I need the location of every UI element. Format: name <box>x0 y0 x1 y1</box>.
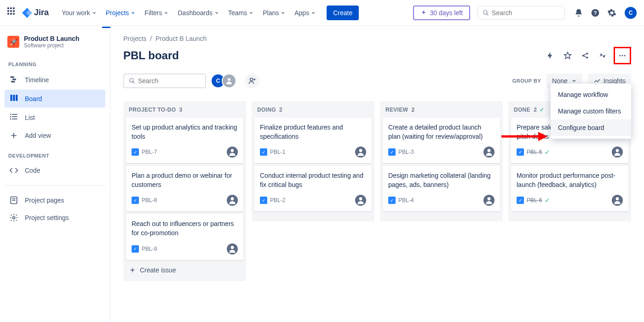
fullscreen-icon[interactable] <box>596 49 609 62</box>
sidebar: 🚀 Product B Launch Software project PLAN… <box>0 26 110 322</box>
svg-point-37 <box>359 149 362 153</box>
app-switcher-icon[interactable] <box>7 7 18 18</box>
brand-label: Jira <box>34 8 49 17</box>
done-check-icon: ✓ <box>540 107 544 113</box>
global-search[interactable] <box>477 6 565 20</box>
trial-button[interactable]: 30 days left <box>413 6 470 20</box>
sidebar-project-settings[interactable]: Project settings <box>5 209 105 226</box>
card-key: ✓ PBL-5 ✓ <box>517 148 550 156</box>
jira-logo[interactable]: Jira <box>22 8 49 18</box>
column-project-to-do: PROJECT TO-DO 3 Set up product analytics… <box>123 101 246 281</box>
sidebar-add-view[interactable]: Add view <box>5 127 105 144</box>
assignee-avatar[interactable] <box>227 147 238 158</box>
sidebar-divider <box>5 185 105 186</box>
svg-point-40 <box>488 198 491 201</box>
page-icon <box>9 196 18 205</box>
card-title: Monitor product performance post-launch … <box>517 171 623 189</box>
board-search-input[interactable] <box>138 77 201 85</box>
assignee-avatar[interactable] <box>612 147 623 158</box>
global-search-input[interactable] <box>492 9 560 17</box>
svg-point-13 <box>10 114 12 115</box>
create-issue-button[interactable]: Create issue <box>126 263 243 274</box>
card-key: ✓ PBL-8 <box>132 197 157 204</box>
project-pages-label: Project pages <box>25 197 64 204</box>
svg-marker-33 <box>538 132 547 141</box>
assignee-avatar[interactable] <box>355 195 366 206</box>
card[interactable]: Monitor product performance post-launch … <box>511 166 628 211</box>
nav-item-dashboards[interactable]: Dashboards <box>174 6 223 20</box>
board-search[interactable] <box>123 73 206 88</box>
assignee-avatar[interactable] <box>612 195 623 206</box>
nav-item-projects[interactable]: Projects <box>102 6 139 20</box>
search-icon <box>483 9 489 17</box>
nav-item-filters[interactable]: Filters <box>141 6 172 20</box>
more-actions-button[interactable] <box>616 49 629 62</box>
dropdown-item-manage-workflow[interactable]: Manage workflow <box>551 86 631 103</box>
search-icon <box>129 77 135 85</box>
assignee-avatar[interactable] <box>483 147 494 158</box>
avatar-unassigned[interactable] <box>222 73 236 88</box>
card-title: Reach out to influencers or partners for… <box>132 220 238 237</box>
project-header[interactable]: 🚀 Product B Launch Software project <box>5 35 105 49</box>
nav-item-teams[interactable]: Teams <box>224 6 257 20</box>
nav-item-plans[interactable]: Plans <box>259 6 289 20</box>
development-section-label: DEVELOPMENT <box>5 149 105 162</box>
svg-text:?: ? <box>593 10 597 16</box>
chevron-down-icon <box>92 11 97 15</box>
create-button[interactable]: Create <box>327 6 359 20</box>
card[interactable]: Finalize product features and specificat… <box>254 118 372 163</box>
timeline-icon <box>9 74 18 85</box>
sidebar-item-list[interactable]: List <box>5 108 105 126</box>
plus-icon <box>129 266 136 274</box>
column-header[interactable]: REVIEW 2 <box>383 107 500 118</box>
sidebar-project-pages[interactable]: Project pages <box>5 192 105 209</box>
done-mark-icon: ✓ <box>545 148 550 156</box>
share-icon[interactable] <box>579 49 592 62</box>
trial-label: 30 days left <box>430 9 463 17</box>
breadcrumb-root[interactable]: Projects <box>123 35 147 42</box>
nav-item-your-work[interactable]: Your work <box>58 6 100 20</box>
sidebar-item-board[interactable]: Board <box>5 90 105 107</box>
add-people-button[interactable] <box>245 73 259 88</box>
assignee-avatar[interactable] <box>227 195 238 206</box>
add-view-label: Add view <box>25 132 51 139</box>
help-icon[interactable]: ? <box>589 6 602 19</box>
svg-point-27 <box>624 55 626 56</box>
dropdown-item-manage-custom-filters[interactable]: Manage custom filters <box>551 103 631 119</box>
assignee-avatar[interactable] <box>227 243 238 254</box>
task-icon: ✓ <box>132 197 139 204</box>
assignee-avatar[interactable] <box>355 147 366 158</box>
automation-icon[interactable] <box>544 49 557 62</box>
settings-icon[interactable] <box>605 6 618 19</box>
dropdown-item-configure-board[interactable]: Configure board <box>551 119 631 136</box>
assignee-filter[interactable]: C <box>214 73 236 88</box>
svg-rect-7 <box>11 95 12 101</box>
card[interactable]: Conduct internal product testing and fix… <box>254 166 372 211</box>
card-key: ✓ PBL-6 ✓ <box>517 197 550 204</box>
sidebar-item-timeline[interactable]: Timeline <box>5 71 105 89</box>
svg-point-42 <box>616 198 619 201</box>
star-icon[interactable] <box>561 49 574 62</box>
nav-menu: Your workProjectsFiltersDashboardsTeamsP… <box>58 6 319 20</box>
card-key: ✓ PBL-9 <box>132 245 157 253</box>
column-header[interactable]: DOING 2 <box>254 107 372 118</box>
card[interactable]: Create a detailed product launch plan (w… <box>383 118 500 163</box>
board-actions <box>544 47 631 64</box>
user-avatar[interactable]: C <box>625 7 637 19</box>
plus-icon <box>9 131 18 140</box>
card[interactable]: Set up product analytics and tracking to… <box>126 118 243 163</box>
card-title: Conduct internal product testing and fix… <box>260 171 366 189</box>
done-mark-icon: ✓ <box>545 197 550 204</box>
card[interactable]: Plan a product demo or webinar for custo… <box>126 166 243 211</box>
nav-item-apps[interactable]: Apps <box>291 6 319 20</box>
chevron-down-icon <box>131 11 135 15</box>
svg-point-19 <box>13 217 15 219</box>
column-header[interactable]: PROJECT TO-DO 3 <box>126 107 243 118</box>
card[interactable]: Design marketing collateral (landing pag… <box>383 166 500 211</box>
svg-point-26 <box>622 55 623 56</box>
sidebar-item-code[interactable]: Code <box>5 162 105 179</box>
notifications-icon[interactable] <box>572 6 585 19</box>
card[interactable]: Reach out to influencers or partners for… <box>126 214 243 260</box>
assignee-avatar[interactable] <box>483 195 494 206</box>
list-icon <box>9 112 18 123</box>
